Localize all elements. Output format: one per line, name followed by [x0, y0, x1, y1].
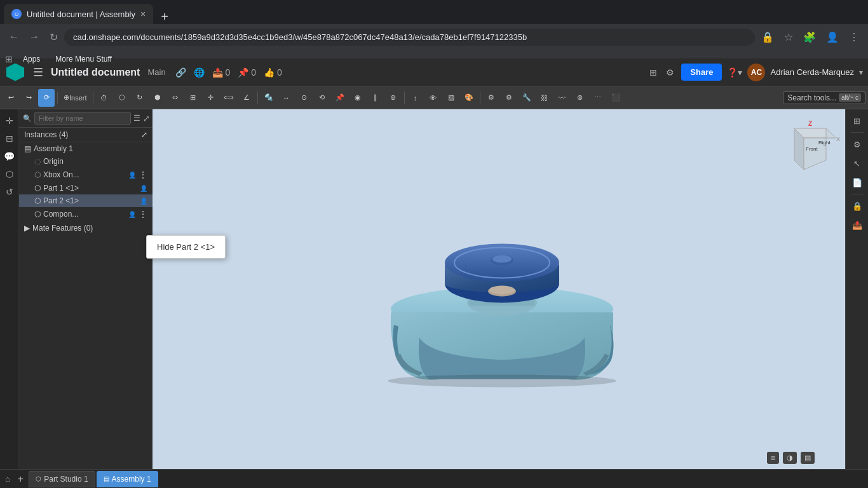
- revolve-tool[interactable]: ↻: [132, 89, 148, 107]
- nav-cube[interactable]: Z X Front Right: [775, 116, 839, 179]
- feature-tree-panel: 🔍 ☰ ⤢ Instances (4) ⤢ ▤ Assembly 1 ◌ Ori…: [19, 109, 153, 469]
- forward-button[interactable]: →: [25, 29, 43, 45]
- back-button[interactable]: ←: [5, 29, 23, 45]
- active-tab[interactable]: O Untitled document | Assembly ×: [4, 4, 153, 24]
- spring-tool[interactable]: 〰: [554, 89, 571, 107]
- reload-button[interactable]: ↻: [46, 29, 62, 46]
- toolbar-separator-2: [93, 92, 93, 104]
- right-settings-icon[interactable]: ⚙: [848, 135, 866, 153]
- mirror-tool[interactable]: ⇔: [167, 89, 184, 107]
- more-menu-button[interactable]: More Menu Stuff: [50, 53, 117, 65]
- view-options-btn[interactable]: ▤: [801, 452, 815, 464]
- restore-button[interactable]: ⟳: [38, 89, 55, 107]
- clock-tool[interactable]: ⏱: [96, 89, 112, 107]
- mate-expand-icon: ▶: [24, 224, 30, 233]
- like-icon[interactable]: 👍 0: [262, 65, 284, 79]
- extrude-tool[interactable]: ⬢: [149, 89, 166, 107]
- part2-item[interactable]: ⬡ Part 2 <1> 👤: [19, 194, 153, 207]
- right-export-icon[interactable]: 📤: [848, 216, 866, 234]
- more-tool-1[interactable]: ⋯: [590, 89, 606, 107]
- parallel-tool[interactable]: ∥: [367, 89, 384, 107]
- right-sep-1: [851, 132, 864, 133]
- assembly-icon: ▤: [24, 144, 31, 153]
- add-tab-button[interactable]: +: [14, 472, 27, 486]
- xbox-item[interactable]: ⬡ Xbox On... 👤 ⋮: [19, 168, 153, 182]
- mate-connector-tool[interactable]: ⊚: [385, 89, 402, 107]
- assembly-tab[interactable]: ▤ Assembly 1: [97, 471, 158, 487]
- move-tool[interactable]: ✛: [203, 89, 219, 107]
- expand-tree-icon[interactable]: ⤢: [141, 130, 147, 139]
- part-studio-tab[interactable]: ⬡ Part Studio 1: [29, 471, 95, 487]
- comment-icon[interactable]: 💬: [1, 149, 17, 164]
- settings-tool[interactable]: ⚙: [483, 89, 499, 107]
- component-icon[interactable]: ⬡: [3, 166, 16, 182]
- tab-favicon: O: [11, 9, 22, 19]
- new-tab-button[interactable]: +: [156, 10, 173, 24]
- section-view-btn[interactable]: ⧈: [767, 452, 779, 464]
- undo-button[interactable]: ↩: [3, 89, 19, 107]
- revolute-tool[interactable]: ⟲: [314, 89, 330, 107]
- fasten-tool[interactable]: 🔩: [261, 89, 277, 107]
- part-tool[interactable]: ⬡: [114, 89, 130, 107]
- right-grid-icon[interactable]: ⊞: [848, 112, 866, 130]
- right-cursor-icon[interactable]: ↖: [848, 154, 866, 172]
- origin-item[interactable]: ◌ Origin: [19, 155, 153, 168]
- belt-tool[interactable]: ⊗: [572, 89, 588, 107]
- render-mode-btn[interactable]: ◑: [783, 452, 797, 464]
- viewport[interactable]: Z X Front Right ⧈ ◑ ▤: [153, 109, 845, 469]
- fastener-tool[interactable]: 🔧: [519, 89, 535, 107]
- close-tab-button[interactable]: ×: [140, 9, 146, 19]
- more-tool-2[interactable]: ⬛: [607, 89, 624, 107]
- svg-text:Z: Z: [808, 120, 812, 127]
- user-menu-chevron[interactable]: ▾: [859, 68, 863, 77]
- comp-more-icon[interactable]: ⋮: [139, 209, 147, 219]
- search-tools-box[interactable]: Search tools... alt/~ c: [783, 92, 865, 104]
- extensions-icon[interactable]: 🧩: [799, 29, 820, 46]
- transform-tool[interactable]: ↕: [407, 89, 424, 107]
- cylindrical-tool[interactable]: ⊙: [296, 89, 313, 107]
- redo-button[interactable]: ↪: [20, 89, 37, 107]
- assembly-1-item[interactable]: ▤ Assembly 1: [19, 142, 153, 155]
- hide-show-tool[interactable]: 👁: [425, 89, 442, 107]
- filter-input[interactable]: [34, 112, 131, 125]
- section-tool[interactable]: ▨: [443, 89, 459, 107]
- settings-icon[interactable]: ⚙: [664, 65, 676, 79]
- hide-part-2-option[interactable]: Hide Part 2 <1>: [147, 238, 225, 255]
- mate-features-header[interactable]: ▶ Mate Features (0): [19, 221, 153, 235]
- toolbar-separator-3: [257, 92, 258, 104]
- insert-button[interactable]: ⊕ Insert: [60, 89, 90, 107]
- chain-tool[interactable]: ⛓: [536, 89, 553, 107]
- upload-icon[interactable]: 📤 0: [210, 65, 233, 79]
- hamburger-menu[interactable]: ☰: [31, 63, 46, 82]
- address-bar[interactable]: [64, 29, 755, 46]
- menu-icon[interactable]: ⋮: [845, 29, 863, 46]
- link-icon[interactable]: 🔗: [173, 65, 188, 79]
- part1-item[interactable]: ⬡ Part 1 <1> 👤: [19, 182, 153, 194]
- cursor-tool-icon[interactable]: ✛: [3, 113, 16, 128]
- globe-icon[interactable]: 🌐: [192, 65, 207, 79]
- help-button[interactable]: ❓▾: [727, 67, 742, 78]
- pin-tool[interactable]: 📌: [332, 89, 348, 107]
- pin-icon[interactable]: 📌 0: [236, 65, 258, 79]
- component-item[interactable]: ⬡ Compon... 👤 ⋮: [19, 207, 153, 221]
- more-icon[interactable]: ⋮: [139, 170, 147, 180]
- grid-view-icon[interactable]: ⊞: [648, 65, 659, 79]
- linear-tool[interactable]: ⟺: [220, 89, 237, 107]
- star-icon[interactable]: ☆: [780, 29, 797, 46]
- history-icon[interactable]: ↺: [3, 184, 16, 200]
- expand-icon[interactable]: ⤢: [143, 114, 150, 123]
- list-view-icon[interactable]: ☰: [133, 114, 140, 123]
- gear-tool[interactable]: ⚙: [501, 89, 517, 107]
- pattern-tool[interactable]: ⊞: [185, 89, 201, 107]
- angular-tool[interactable]: ∠: [238, 89, 255, 107]
- slider-tool[interactable]: ↔: [278, 89, 295, 107]
- filter-icon[interactable]: ⊟: [3, 131, 16, 146]
- right-lock-icon[interactable]: 🔒: [848, 197, 866, 215]
- ball-tool[interactable]: ◉: [349, 89, 366, 107]
- appearance-tool[interactable]: 🎨: [461, 89, 477, 107]
- profile-icon[interactable]: 👤: [822, 29, 843, 46]
- bottom-home-icon[interactable]: ⌂: [3, 471, 13, 486]
- share-button[interactable]: Share: [681, 64, 722, 81]
- right-layers-icon[interactable]: 📄: [848, 173, 866, 191]
- svg-text:Front: Front: [806, 146, 818, 152]
